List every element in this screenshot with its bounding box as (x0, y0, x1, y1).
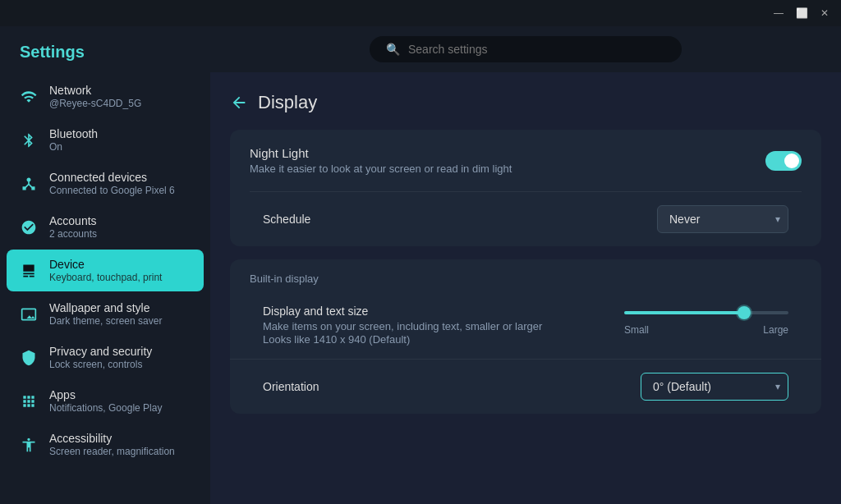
app-title: Settings (0, 26, 210, 75)
night-light-description: Make it easier to look at your screen or… (250, 163, 512, 175)
sidebar-item-accessibility[interactable]: Accessibility Screen reader, magnificati… (7, 424, 204, 465)
display-size-title: Display and text size (263, 305, 542, 318)
accessibility-icon (20, 436, 38, 454)
night-light-row: Night Light Make it easier to look at yo… (230, 130, 821, 191)
accessibility-sub: Screen reader, magnification (49, 446, 175, 457)
sidebar-item-privacy[interactable]: Privacy and security Lock screen, contro… (7, 337, 204, 378)
device-sub: Keyboard, touchpad, print (49, 272, 162, 283)
connected-devices-title: Connected devices (49, 171, 175, 184)
orientation-row: Orientation 0° (Default) 90° 180° 270° (230, 359, 821, 414)
network-sub: @Reyee-sC4DD_5G (49, 98, 141, 109)
accounts-icon (20, 218, 38, 236)
apps-icon (20, 392, 38, 410)
header-bar: 🔍 (210, 26, 841, 72)
maximize-button[interactable]: ⬜ (792, 3, 811, 23)
wallpaper-title: Wallpaper and style (49, 301, 162, 314)
device-icon (20, 262, 38, 280)
display-size-description: Make items on your screen, including tex… (263, 320, 542, 332)
slider-thumb[interactable] (738, 306, 751, 319)
wifi-icon (20, 88, 38, 106)
panel-title: Display (258, 92, 317, 113)
bluetooth-sub: On (49, 141, 98, 153)
connected-devices-sub: Connected to Google Pixel 6 (49, 185, 175, 196)
bluetooth-icon (20, 131, 38, 149)
search-icon: 🔍 (386, 43, 400, 56)
privacy-icon (20, 349, 38, 367)
title-bar: — ⬜ ✕ (0, 0, 841, 26)
close-button[interactable]: ✕ (815, 3, 834, 23)
sidebar-item-wallpaper[interactable]: Wallpaper and style Dark theme, screen s… (7, 293, 204, 335)
night-light-title: Night Light (250, 146, 512, 160)
slider-max-label: Large (763, 324, 788, 336)
sidebar-item-connected-devices[interactable]: Connected devices Connected to Google Pi… (7, 163, 204, 204)
sidebar-item-bluetooth[interactable]: Bluetooth On (7, 119, 204, 161)
display-size-row: Display and text size Make items on your… (230, 291, 821, 359)
app-container: Settings Network @Reyee-sC4DD_5G Bluetoo… (0, 26, 841, 504)
content-area: 🔍 Display Night Light Make it easier to … (210, 26, 841, 504)
sidebar-item-accounts[interactable]: Accounts 2 accounts (7, 206, 204, 248)
device-title: Device (49, 258, 162, 271)
sidebar-item-network[interactable]: Network @Reyee-sC4DD_5G (7, 76, 204, 117)
privacy-title: Privacy and security (49, 345, 152, 358)
display-size-resolution: Looks like 1410 x 940 (Default) (263, 333, 542, 346)
accounts-title: Accounts (49, 214, 97, 227)
privacy-sub: Lock screen, controls (49, 359, 152, 370)
minimize-button[interactable]: — (769, 3, 788, 23)
orientation-select-wrapper: 0° (Default) 90° 180° 270° (641, 373, 788, 401)
back-button[interactable] (230, 94, 248, 112)
search-bar: 🔍 (370, 36, 682, 62)
built-in-section-label: Built-in display (230, 259, 821, 291)
display-size-slider-container (624, 305, 788, 321)
apps-sub: Notifications, Google Play (49, 402, 162, 414)
accessibility-title: Accessibility (49, 432, 175, 445)
slider-track (624, 311, 788, 314)
built-in-display-card: Built-in display Display and text size M… (230, 259, 821, 414)
accounts-sub: 2 accounts (49, 228, 97, 240)
night-light-toggle[interactable] (765, 151, 802, 171)
devices-icon (20, 175, 38, 193)
sidebar-item-device[interactable]: Device Keyboard, touchpad, print (7, 250, 204, 291)
schedule-select[interactable]: Never Sunset to Sunrise Custom (657, 205, 788, 233)
panel-header: Display (230, 92, 821, 113)
sidebar-item-apps[interactable]: Apps Notifications, Google Play (7, 380, 204, 422)
orientation-label: Orientation (263, 380, 319, 393)
network-title: Network (49, 84, 141, 97)
wallpaper-sub: Dark theme, screen saver (49, 315, 162, 327)
slider-min-label: Small (624, 324, 649, 336)
search-input[interactable] (408, 43, 665, 56)
wallpaper-icon (20, 305, 38, 323)
schedule-label: Schedule (263, 213, 310, 226)
night-light-card: Night Light Make it easier to look at yo… (230, 130, 821, 246)
bluetooth-title: Bluetooth (49, 127, 98, 140)
apps-title: Apps (49, 388, 162, 401)
schedule-row: Schedule Never Sunset to Sunrise Custom (230, 192, 821, 246)
schedule-select-wrapper: Never Sunset to Sunrise Custom (657, 205, 788, 233)
orientation-select[interactable]: 0° (Default) 90° 180° 270° (641, 373, 788, 401)
sidebar: Settings Network @Reyee-sC4DD_5G Bluetoo… (0, 26, 210, 504)
display-panel: Display Night Light Make it easier to lo… (210, 72, 841, 504)
